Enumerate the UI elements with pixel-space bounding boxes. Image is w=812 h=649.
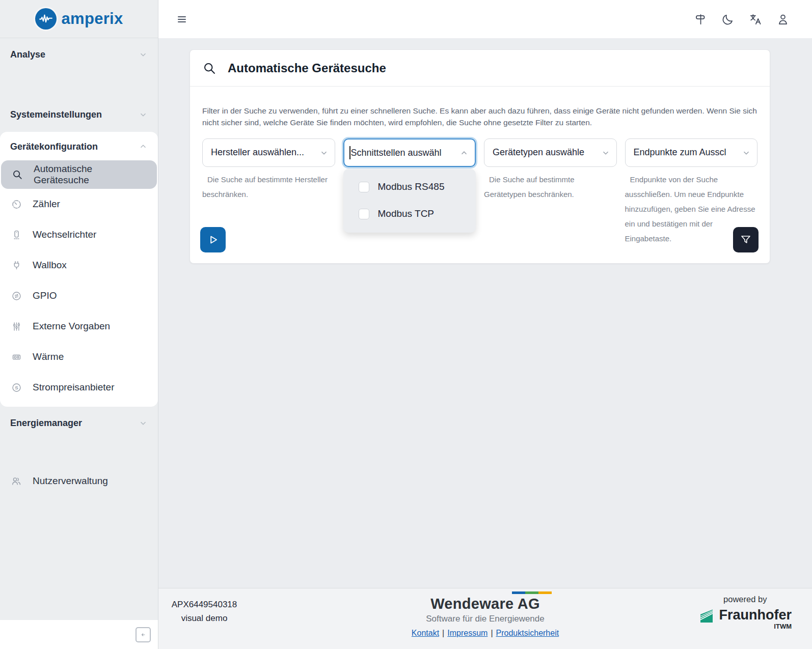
sidebar-section-analyse[interactable]: Analyse	[0, 43, 158, 66]
sidebar-footer	[0, 620, 158, 649]
link-produktsicherheit[interactable]: Produktsicherheit	[496, 629, 559, 637]
device-info: APX6449540318 visual demo	[169, 600, 240, 624]
section-label: Gerätekonfiguration	[10, 142, 98, 152]
modbus-tcp-checkbox[interactable]	[359, 209, 369, 219]
option-modbus-rs485[interactable]: Modbus RS485	[343, 174, 476, 201]
hersteller-select[interactable]: Hersteller auswählen...	[202, 138, 335, 167]
sidebar-item-wechselrichter[interactable]: Wechselrichter	[0, 219, 158, 250]
powered-by-block: powered by Fraunhofer ITWM	[698, 595, 792, 630]
translate-icon[interactable]	[749, 13, 762, 26]
search-icon	[202, 61, 216, 75]
price-icon: S	[10, 381, 22, 393]
plug-icon	[10, 259, 22, 271]
device-search-card: Automatische Gerätesuche Filter in der S…	[190, 49, 770, 264]
select-value: Gerätetypen auswähle	[493, 147, 584, 158]
modbus-rs485-checkbox[interactable]	[359, 182, 369, 192]
sidebar-item-label: Automatische Gerätesuche	[34, 163, 150, 186]
chevron-down-icon	[139, 418, 148, 428]
schnittstellen-dropdown-panel: Modbus RS485 Modbus TCP	[343, 169, 476, 233]
powered-by-label: powered by	[698, 595, 792, 604]
sidebar-item-label: Strompreisanbieter	[33, 382, 115, 393]
filter-schnittstellen: Schnittstellen auswähl Modbus RS485	[343, 138, 476, 246]
link-impressum[interactable]: Impressum	[447, 629, 488, 637]
chevron-down-icon	[742, 148, 751, 157]
hamburger-menu-icon[interactable]	[176, 13, 188, 25]
sidebar-item-label: Externe Vorgaben	[33, 321, 110, 332]
meter-icon	[10, 198, 22, 210]
amperix-logo-icon	[35, 8, 57, 30]
device-mode: visual demo	[169, 613, 240, 624]
helper-text: Die Suche auf bestimmte Hersteller besch…	[202, 172, 335, 202]
search-icon	[11, 168, 23, 181]
link-separator: |	[491, 629, 493, 637]
heater-icon	[10, 351, 22, 363]
chevron-down-icon	[601, 148, 610, 157]
sidebar-section-energiemanager[interactable]: Energiemanager	[0, 412, 158, 434]
option-modbus-tcp[interactable]: Modbus TCP	[343, 201, 476, 228]
search-description: Filter in der Suche zu verwenden, führt …	[202, 105, 757, 128]
inverter-icon	[10, 229, 22, 241]
fraunhofer-logo: Fraunhofer ITWM	[698, 608, 792, 630]
link-kontakt[interactable]: Kontakt	[412, 629, 439, 637]
svg-text:S: S	[15, 385, 18, 390]
filter-geraetetypen: Gerätetypen auswähle Die Suche auf besti…	[484, 138, 617, 246]
sidebar-item-label: GPIO	[33, 290, 57, 301]
filter-settings-button[interactable]	[733, 227, 759, 252]
sidebar-item-waerme[interactable]: Wärme	[0, 342, 158, 372]
footer: APX6449540318 visual demo Wendeware AG S…	[158, 588, 812, 649]
content-area: Automatische Gerätesuche Filter in der S…	[158, 38, 812, 588]
sidebar-section-systemeinstellungen[interactable]: Systemeinstellungen	[0, 103, 158, 126]
start-search-button[interactable]	[200, 227, 226, 252]
dark-mode-moon-icon[interactable]	[721, 13, 735, 26]
select-value: Schnittstellen auswähl	[349, 146, 442, 159]
card-body: Filter in der Suche zu verwenden, führt …	[190, 87, 770, 246]
fraunhofer-logo-icon	[698, 608, 715, 624]
chevron-down-icon	[139, 110, 148, 119]
sidebar-item-zaehler[interactable]: Zähler	[0, 189, 158, 219]
logo-text: amperix	[62, 10, 123, 28]
sliders-icon	[10, 320, 22, 332]
company-block: Wendeware AG Software für die Energiewen…	[409, 591, 562, 638]
device-id: APX6449540318	[169, 600, 240, 610]
text-cursor	[349, 146, 350, 159]
option-label: Modbus RS485	[378, 181, 445, 192]
link-separator: |	[442, 629, 444, 637]
sidebar-item-nutzerverwaltung[interactable]: Nutzerverwaltung	[0, 466, 158, 496]
topbar	[158, 0, 812, 38]
company-tagline: Software für die Energiewende	[409, 614, 562, 624]
chevron-up-icon	[139, 142, 148, 151]
sidebar-item-strompreisanbieter[interactable]: S Strompreisanbieter	[0, 372, 158, 403]
topbar-icons	[694, 13, 790, 26]
schnittstellen-select[interactable]: Schnittstellen auswähl	[343, 138, 476, 167]
sidebar-item-label: Wechselrichter	[33, 229, 96, 240]
section-label: Energiemanager	[10, 418, 82, 429]
sidebar-section-geraetekonfiguration[interactable]: Gerätekonfiguration	[0, 132, 158, 157]
endpunkte-select[interactable]: Endpunkte zum Ausscl	[625, 138, 758, 167]
sidebar-item-wallbox[interactable]: Wallbox	[0, 250, 158, 280]
collapse-sidebar-button[interactable]	[136, 627, 151, 642]
filter-row: Hersteller auswählen... Die Suche auf be…	[202, 138, 757, 246]
brand-color-bar	[512, 591, 552, 594]
partner-sub: ITWM	[774, 623, 792, 630]
sidebar-item-label: Wärme	[33, 351, 64, 362]
logo[interactable]: amperix	[0, 0, 158, 38]
sidebar-item-gpio[interactable]: GPIO	[0, 280, 158, 311]
sidebar-item-automatische-geraetesuche[interactable]: Automatische Gerätesuche	[1, 160, 157, 189]
main-area: Automatische Gerätesuche Filter in der S…	[158, 0, 812, 649]
sidebar-expanded-panel: Gerätekonfiguration Automatische Gerätes…	[0, 132, 158, 407]
section-label: Analyse	[10, 49, 45, 60]
section-label: Systemeinstellungen	[10, 109, 102, 120]
sidebar-item-label: Nutzerverwaltung	[33, 475, 108, 487]
sidebar-item-label: Wallbox	[33, 260, 67, 271]
sidebar-item-label: Zähler	[33, 199, 60, 210]
sidebar: amperix Analyse Systemeinstellungen Gerä…	[0, 0, 158, 649]
helper-text: Die Suche auf bestimmte Gerätetypen besc…	[484, 172, 617, 202]
user-account-icon[interactable]	[776, 13, 790, 26]
card-header: Automatische Gerätesuche	[190, 50, 770, 87]
signpost-icon[interactable]	[694, 13, 707, 26]
sidebar-item-externe-vorgaben[interactable]: Externe Vorgaben	[0, 311, 158, 342]
company-name: Wendeware AG	[409, 596, 562, 612]
partner-name: Fraunhofer	[719, 608, 792, 622]
geraetetypen-select[interactable]: Gerätetypen auswähle	[484, 138, 617, 167]
chevron-down-icon	[139, 50, 148, 59]
